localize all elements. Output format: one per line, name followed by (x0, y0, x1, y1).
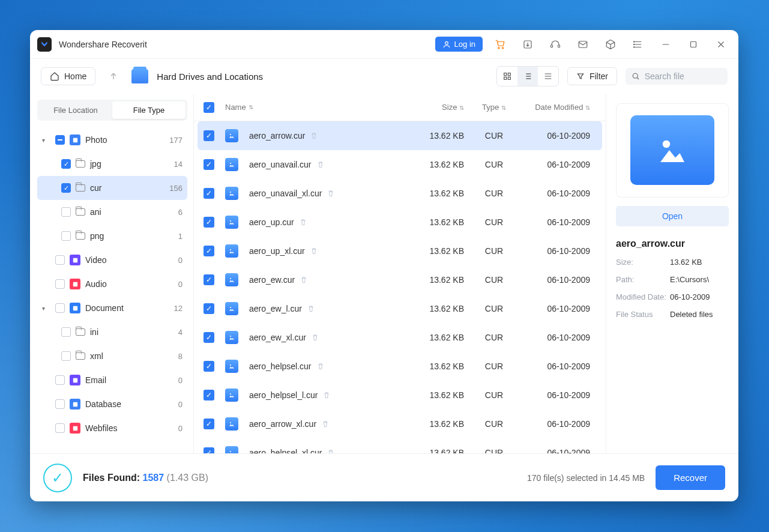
tree-item-audio[interactable]: Audio0 (37, 272, 187, 296)
image-file-icon (225, 158, 238, 171)
tree-checkbox[interactable] (55, 135, 65, 145)
view-list-button[interactable] (517, 67, 538, 86)
deleted-icon (316, 160, 325, 169)
svg-rect-18 (73, 282, 77, 286)
svg-rect-10 (691, 41, 696, 47)
tree-checkbox[interactable] (55, 303, 65, 313)
tree-label: cur (90, 183, 164, 193)
svg-point-28 (230, 278, 231, 279)
tree-item-photo[interactable]: ▾Photo177 (37, 128, 187, 152)
column-size[interactable]: Size ⇅ (404, 103, 464, 112)
svg-point-15 (633, 73, 638, 78)
row-checkbox[interactable]: ✓ (204, 130, 214, 141)
select-all-checkbox[interactable]: ✓ (204, 102, 214, 113)
file-row[interactable]: ✓aero_up_xl.cur13.62 KBCUR06-10-2009 (194, 237, 606, 265)
row-checkbox[interactable]: ✓ (204, 361, 214, 372)
file-row[interactable]: ✓aero_ew_l.cur13.62 KBCUR06-10-2009 (194, 294, 606, 323)
row-checkbox[interactable]: ✓ (204, 303, 214, 314)
file-row[interactable]: ✓aero_ew_xl.cur13.62 KBCUR06-10-2009 (194, 323, 606, 352)
svg-rect-19 (73, 306, 77, 310)
tree-item-png[interactable]: png1 (37, 224, 187, 248)
tree-checkbox[interactable] (55, 375, 65, 385)
file-name: aero_up_xl.cur (249, 246, 305, 256)
close-button[interactable] (711, 34, 731, 55)
sort-icon: ⇅ (249, 104, 253, 110)
file-size: 13.62 KB (404, 189, 464, 198)
tab-file-location[interactable]: File Location (39, 101, 112, 119)
recover-button[interactable]: Recover (656, 465, 725, 490)
file-row[interactable]: ✓aero_unavail_xl.cur13.62 KBCUR06-10-200… (194, 179, 606, 208)
row-checkbox[interactable]: ✓ (204, 390, 214, 401)
file-type: CUR (464, 246, 524, 256)
row-checkbox[interactable]: ✓ (204, 217, 214, 228)
file-row[interactable]: ✓aero_arrow.cur13.62 KBCUR06-10-2009 (198, 121, 602, 150)
mail-icon[interactable] (573, 34, 593, 55)
file-size: 13.62 KB (404, 448, 464, 453)
nav-up-button[interactable] (104, 67, 123, 86)
tree-checkbox[interactable] (55, 279, 65, 289)
deleted-icon (311, 333, 319, 342)
tree-checkbox[interactable]: ✓ (61, 183, 71, 193)
type-tree: ▾Photo177✓jpg14✓cur156ani6png1Video0Audi… (37, 128, 187, 440)
tree-checkbox[interactable] (61, 207, 71, 217)
menu-icon[interactable] (628, 34, 648, 55)
svg-rect-21 (73, 402, 77, 406)
file-row[interactable]: ✓aero_helpsel.cur13.62 KBCUR06-10-2009 (194, 352, 606, 381)
row-checkbox[interactable]: ✓ (204, 188, 214, 199)
tree-label: xml (90, 351, 173, 361)
tree-checkbox[interactable] (61, 231, 71, 241)
view-grid-button[interactable] (497, 67, 517, 86)
row-checkbox[interactable]: ✓ (204, 159, 214, 170)
file-list[interactable]: ✓aero_arrow.cur13.62 KBCUR06-10-2009✓aer… (194, 121, 606, 453)
file-row[interactable]: ✓aero_helpsel_xl.cur13.62 KBCUR06-10-200… (194, 438, 606, 453)
tree-item-webfiles[interactable]: Webfiles0 (37, 416, 187, 440)
tree-item-database[interactable]: Database0 (37, 392, 187, 416)
svg-point-27 (230, 249, 231, 250)
file-row[interactable]: ✓aero_arrow_xl.cur13.62 KBCUR06-10-2009 (194, 410, 606, 438)
tree-item-document[interactable]: ▾Document12 (37, 296, 187, 320)
search-box[interactable] (626, 68, 728, 85)
minimize-button[interactable] (656, 34, 676, 55)
tree-count: 177 (169, 136, 182, 145)
filter-button[interactable]: Filter (567, 67, 617, 85)
home-button[interactable]: Home (41, 67, 95, 85)
file-row[interactable]: ✓aero_ew.cur13.62 KBCUR06-10-2009 (194, 265, 606, 294)
row-checkbox[interactable]: ✓ (204, 332, 214, 343)
tree-checkbox[interactable] (55, 423, 65, 433)
row-checkbox[interactable]: ✓ (204, 274, 214, 285)
folder-icon (76, 352, 85, 360)
login-button[interactable]: Log in (435, 37, 483, 52)
column-type[interactable]: Type ⇅ (464, 103, 524, 112)
file-row[interactable]: ✓aero_helpsel_l.cur13.62 KBCUR06-10-2009 (194, 381, 606, 410)
tab-file-type[interactable]: File Type (112, 101, 185, 119)
tree-checkbox[interactable] (55, 255, 65, 265)
open-button[interactable]: Open (616, 206, 729, 226)
tree-checkbox[interactable] (55, 399, 65, 409)
cart-icon[interactable] (490, 34, 510, 55)
column-date[interactable]: Date Modified ⇅ (524, 103, 596, 112)
tree-item-jpg[interactable]: ✓jpg14 (37, 152, 187, 176)
tree-item-video[interactable]: Video0 (37, 248, 187, 272)
maximize-button[interactable] (683, 34, 704, 55)
import-icon[interactable] (517, 34, 538, 55)
tree-item-email[interactable]: Email0 (37, 368, 187, 392)
column-name[interactable]: Name⇅ (225, 103, 404, 112)
tree-item-xml[interactable]: xml8 (37, 344, 187, 368)
tree-item-cur[interactable]: ✓cur156 (37, 176, 187, 200)
view-compact-button[interactable] (538, 67, 558, 86)
file-row[interactable]: ✓aero_unavail.cur13.62 KBCUR06-10-2009 (194, 150, 606, 179)
row-checkbox[interactable]: ✓ (204, 419, 214, 429)
file-row[interactable]: ✓aero_up.cur13.62 KBCUR06-10-2009 (194, 208, 606, 237)
tree-item-ini[interactable]: ini4 (37, 320, 187, 344)
support-icon[interactable] (545, 34, 565, 55)
package-icon[interactable] (600, 34, 621, 55)
tree-checkbox[interactable] (61, 351, 71, 361)
meta-date: 06-10-2009 (670, 292, 710, 301)
tree-checkbox[interactable] (61, 327, 71, 337)
row-checkbox[interactable]: ✓ (204, 246, 214, 256)
tree-item-ani[interactable]: ani6 (37, 200, 187, 224)
tree-checkbox[interactable]: ✓ (61, 159, 71, 169)
drive-icon (131, 69, 148, 83)
row-checkbox[interactable]: ✓ (204, 447, 214, 453)
search-input[interactable] (645, 71, 722, 81)
